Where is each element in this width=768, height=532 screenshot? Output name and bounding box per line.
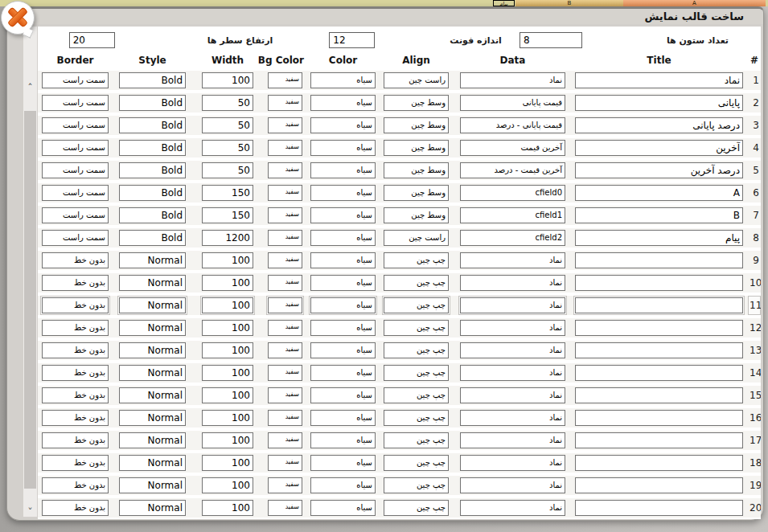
align-select[interactable]: چپ چین: [384, 275, 449, 291]
align-select[interactable]: چپ چین: [384, 342, 449, 358]
title-input[interactable]: [575, 320, 743, 336]
border-select[interactable]: بدون خط: [42, 387, 109, 403]
scrollbar-thumb[interactable]: [24, 111, 36, 489]
font-size-input[interactable]: 12: [329, 32, 375, 48]
style-select[interactable]: Normal: [119, 387, 186, 403]
width-input[interactable]: 100: [202, 275, 253, 291]
style-select[interactable]: Normal: [119, 275, 186, 291]
width-input[interactable]: 100: [202, 410, 253, 426]
data-select[interactable]: نماد: [460, 297, 565, 313]
data-select[interactable]: نماد: [460, 432, 565, 448]
border-select[interactable]: بدون خط: [42, 275, 109, 291]
color-select[interactable]: سیاه: [310, 230, 376, 246]
bg-color-select[interactable]: سفید: [268, 185, 302, 201]
bg-color-select[interactable]: سفید: [268, 500, 302, 516]
color-select[interactable]: سیاه: [310, 455, 376, 471]
title-input[interactable]: [575, 500, 743, 516]
data-select[interactable]: آخرین قیمت - درصد: [460, 162, 565, 178]
color-select[interactable]: سیاه: [310, 297, 376, 313]
align-select[interactable]: چپ چین: [384, 365, 449, 381]
width-input[interactable]: 50: [202, 95, 253, 111]
color-select[interactable]: سیاه: [310, 320, 376, 336]
title-input[interactable]: پایانی: [575, 95, 743, 111]
color-select[interactable]: سیاه: [310, 477, 376, 493]
bg-color-select[interactable]: سفید: [268, 455, 302, 471]
color-select[interactable]: سیاه: [310, 387, 376, 403]
bg-color-select[interactable]: سفید: [268, 365, 302, 381]
align-select[interactable]: چپ چین: [384, 297, 449, 313]
data-select[interactable]: نماد: [460, 455, 565, 471]
color-select[interactable]: سیاه: [310, 72, 376, 88]
color-select[interactable]: سیاه: [310, 365, 376, 381]
align-select[interactable]: وسط چین: [384, 95, 449, 111]
data-select[interactable]: نماد: [460, 365, 565, 381]
style-select[interactable]: Bold: [119, 72, 186, 88]
color-select[interactable]: سیاه: [310, 162, 376, 178]
border-select[interactable]: بدون خط: [42, 455, 109, 471]
width-input[interactable]: 50: [202, 162, 253, 178]
style-select[interactable]: Normal: [119, 320, 186, 336]
style-select[interactable]: Normal: [119, 455, 186, 471]
title-input[interactable]: [575, 387, 743, 403]
width-input[interactable]: 100: [202, 432, 253, 448]
width-input[interactable]: 150: [202, 207, 253, 223]
bg-color-select[interactable]: سفید: [268, 95, 302, 111]
title-input[interactable]: A: [575, 185, 743, 201]
scroll-up-icon[interactable]: ˆ: [23, 84, 37, 92]
border-select[interactable]: سمت راست: [42, 185, 109, 201]
border-select[interactable]: سمت راست: [42, 162, 109, 178]
width-input[interactable]: 150: [202, 185, 253, 201]
border-select[interactable]: بدون خط: [42, 252, 109, 268]
title-input[interactable]: نماد: [575, 72, 743, 88]
border-select[interactable]: سمت راست: [42, 207, 109, 223]
border-select[interactable]: سمت راست: [42, 140, 109, 156]
color-select[interactable]: سیاه: [310, 185, 376, 201]
bg-color-select[interactable]: سفید: [268, 72, 302, 88]
border-select[interactable]: بدون خط: [42, 365, 109, 381]
style-select[interactable]: Normal: [119, 410, 186, 426]
align-select[interactable]: چپ چین: [384, 432, 449, 448]
close-button[interactable]: [1, 1, 35, 35]
bg-color-select[interactable]: سفید: [268, 140, 302, 156]
align-select[interactable]: چپ چین: [384, 455, 449, 471]
data-select[interactable]: نماد: [460, 320, 565, 336]
bg-color-select[interactable]: سفید: [268, 230, 302, 246]
color-select[interactable]: سیاه: [310, 207, 376, 223]
width-input[interactable]: 100: [202, 252, 253, 268]
bg-color-select[interactable]: سفید: [268, 410, 302, 426]
data-select[interactable]: قیمت پایانی: [460, 95, 565, 111]
data-select[interactable]: نماد: [460, 275, 565, 291]
width-input[interactable]: 1200: [202, 230, 253, 246]
style-select[interactable]: Bold: [119, 207, 186, 223]
align-select[interactable]: راست چین: [384, 230, 449, 246]
bg-color-select[interactable]: سفید: [268, 207, 302, 223]
align-select[interactable]: وسط چین: [384, 162, 449, 178]
color-select[interactable]: سیاه: [310, 500, 376, 516]
vertical-scrollbar[interactable]: ˆ ˇ: [23, 27, 37, 517]
style-select[interactable]: Normal: [119, 342, 186, 358]
width-input[interactable]: 100: [202, 342, 253, 358]
data-select[interactable]: cfield0: [460, 185, 565, 201]
row-height-input[interactable]: 20: [69, 32, 115, 48]
data-select[interactable]: نماد: [460, 387, 565, 403]
bg-color-select[interactable]: سفید: [268, 252, 302, 268]
width-input[interactable]: 100: [202, 477, 253, 493]
bg-color-select[interactable]: سفید: [268, 297, 302, 313]
border-select[interactable]: سمت راست: [42, 230, 109, 246]
style-select[interactable]: Bold: [119, 117, 186, 133]
color-select[interactable]: سیاه: [310, 275, 376, 291]
color-select[interactable]: سیاه: [310, 432, 376, 448]
title-input[interactable]: B: [575, 207, 743, 223]
border-select[interactable]: بدون خط: [42, 297, 109, 313]
scroll-down-icon[interactable]: ˇ: [23, 509, 37, 517]
title-input[interactable]: [575, 455, 743, 471]
bg-color-select[interactable]: سفید: [268, 477, 302, 493]
border-select[interactable]: سمت راست: [42, 117, 109, 133]
width-input[interactable]: 100: [202, 365, 253, 381]
border-select[interactable]: بدون خط: [42, 432, 109, 448]
align-select[interactable]: وسط چین: [384, 117, 449, 133]
align-select[interactable]: چپ چین: [384, 320, 449, 336]
bg-color-select[interactable]: سفید: [268, 387, 302, 403]
data-select[interactable]: نماد: [460, 500, 565, 516]
border-select[interactable]: سمت راست: [42, 72, 109, 88]
